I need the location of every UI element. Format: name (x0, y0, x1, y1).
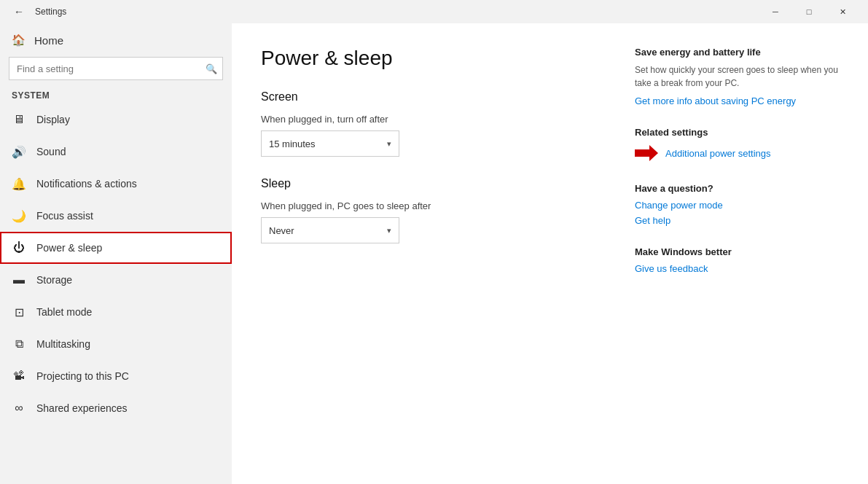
get-help-link[interactable]: Get help (635, 215, 839, 226)
sidebar-item-shared[interactable]: ∞ Shared experiences (0, 392, 232, 424)
additional-power-link[interactable]: Additional power settings (665, 148, 771, 159)
sidebar-item-storage[interactable]: ▬ Storage (0, 264, 232, 296)
sidebar-home[interactable]: 🏠 Home (0, 26, 232, 54)
sidebar-section-title: System (0, 86, 232, 104)
sleep-dropdown[interactable]: Never ▾ (261, 217, 399, 243)
sidebar-item-sound[interactable]: 🔊 Sound (0, 136, 232, 168)
notifications-icon: 🔔 (12, 177, 26, 191)
sidebar: 🏠 Home 🔍 System 🖥 Display 🔊 Sound 🔔 Noti… (0, 23, 232, 484)
minimize-button[interactable]: ─ (759, 0, 792, 23)
titlebar-title: Settings (35, 7, 759, 17)
save-energy-title: Save energy and battery life (635, 47, 839, 58)
main-layout: 🏠 Home 🔍 System 🖥 Display 🔊 Sound 🔔 Noti… (0, 23, 868, 484)
search-icon: 🔍 (206, 63, 217, 74)
save-energy-text: Set how quickly your screen goes to slee… (635, 63, 839, 90)
projecting-icon: 📽 (12, 370, 26, 383)
shared-icon: ∞ (12, 402, 26, 415)
related-settings-section: Related settings Additional power settin… (635, 127, 839, 163)
screen-setting-label: When plugged in, turn off after (261, 114, 606, 125)
power-icon: ⏻ (12, 241, 26, 254)
sidebar-item-power[interactable]: ⏻ Power & sleep (0, 232, 232, 264)
sleep-section-title: Sleep (261, 177, 606, 190)
focus-icon: 🌙 (12, 209, 26, 223)
additional-power-row: Additional power settings (635, 144, 839, 163)
screen-dropdown-arrow: ▾ (387, 139, 391, 149)
home-icon: 🏠 (12, 34, 26, 47)
search-input[interactable] (9, 57, 223, 80)
page-title: Power & sleep (261, 47, 606, 70)
back-button[interactable]: ← (9, 1, 29, 22)
arrow-icon (635, 144, 658, 163)
multitasking-icon: ⧉ (12, 337, 26, 351)
related-settings-title: Related settings (635, 127, 839, 138)
content-main: Power & sleep Screen When plugged in, tu… (261, 47, 606, 461)
sidebar-item-focus[interactable]: 🌙 Focus assist (0, 200, 232, 232)
save-energy-section: Save energy and battery life Set how qui… (635, 47, 839, 106)
sidebar-item-multitasking[interactable]: ⧉ Multitasking (0, 328, 232, 360)
search-container: 🔍 (9, 57, 223, 80)
tablet-icon: ⊡ (12, 305, 26, 319)
feedback-link[interactable]: Give us feedback (635, 263, 839, 274)
change-power-link[interactable]: Change power mode (635, 200, 839, 211)
save-energy-link[interactable]: Get more info about saving PC energy (635, 95, 839, 106)
screen-dropdown[interactable]: 15 minutes ▾ (261, 130, 399, 157)
sleep-setting-label: When plugged in, PC goes to sleep after (261, 200, 606, 211)
svg-marker-0 (635, 145, 658, 161)
sleep-dropdown-arrow: ▾ (387, 226, 391, 235)
sidebar-item-notifications[interactable]: 🔔 Notifications & actions (0, 168, 232, 200)
maximize-button[interactable]: □ (792, 0, 826, 23)
question-title: Have a question? (635, 183, 839, 194)
display-icon: 🖥 (12, 113, 26, 126)
close-button[interactable]: ✕ (826, 0, 859, 23)
right-panel: Save energy and battery life Set how qui… (635, 47, 839, 461)
screen-section-title: Screen (261, 90, 606, 104)
make-better-section: Make Windows better Give us feedback (635, 246, 839, 274)
storage-icon: ▬ (12, 273, 26, 286)
question-section: Have a question? Change power mode Get h… (635, 183, 839, 226)
sidebar-item-projecting[interactable]: 📽 Projecting to this PC (0, 360, 232, 392)
window-controls: ─ □ ✕ (759, 0, 859, 23)
titlebar: ← Settings ─ □ ✕ (0, 0, 868, 23)
content-area: Power & sleep Screen When plugged in, tu… (232, 23, 868, 484)
sidebar-item-tablet[interactable]: ⊡ Tablet mode (0, 296, 232, 328)
sidebar-item-display[interactable]: 🖥 Display (0, 104, 232, 136)
sound-icon: 🔊 (12, 145, 26, 159)
make-better-title: Make Windows better (635, 246, 839, 257)
